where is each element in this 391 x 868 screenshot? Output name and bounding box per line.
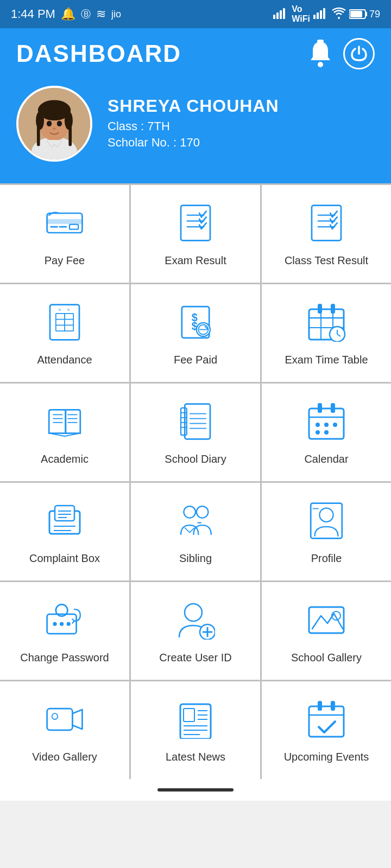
- school-gallery-label: School Gallery: [291, 650, 362, 665]
- jio-icon: jio: [111, 9, 121, 20]
- svg-rect-124: [309, 706, 344, 737]
- grid-item-upcoming-events[interactable]: Upcoming Events: [262, 681, 391, 779]
- video-gallery-icon: [45, 700, 84, 741]
- latest-news-label: Latest News: [166, 750, 225, 764]
- complaint-box-icon: [45, 501, 84, 542]
- grid-item-school-gallery[interactable]: School Gallery: [262, 582, 391, 680]
- svg-rect-112: [309, 607, 344, 633]
- svg-point-21: [57, 121, 62, 126]
- svg-point-85: [316, 423, 320, 427]
- profile-section: SHREYA CHOUHAN Class : 7TH Scholar No. :…: [16, 80, 375, 167]
- wifi-icon-2: ≋: [96, 7, 106, 21]
- profile-name: SHREYA CHOUHAN: [108, 96, 279, 116]
- dashboard-grid: Pay Fee Exam Result Class Test Result: [0, 183, 391, 779]
- svg-rect-0: [273, 15, 275, 19]
- svg-text:×: ×: [58, 307, 61, 312]
- exam-time-table-icon: [307, 303, 346, 344]
- grid-item-sibling[interactable]: Sibling: [131, 483, 260, 580]
- profile-scholar: Scholar No. : 170: [108, 136, 279, 150]
- create-user-id-icon: [176, 601, 215, 642]
- calendar-icon: [307, 402, 346, 443]
- academic-label: Academic: [41, 452, 89, 466]
- grid-item-create-user-id[interactable]: Create User ID: [131, 582, 260, 680]
- attendance-label: Attendance: [37, 353, 92, 367]
- svg-point-98: [197, 506, 209, 518]
- grid-item-fee-paid[interactable]: $ $ Fee Paid: [131, 284, 260, 382]
- svg-point-115: [52, 713, 58, 719]
- status-right: VoWiFi 79: [273, 4, 380, 24]
- svg-text:×: ×: [67, 307, 70, 312]
- notification-bell-button[interactable]: [306, 40, 335, 68]
- svg-rect-12: [317, 40, 324, 43]
- school-diary-label: School Diary: [165, 452, 226, 466]
- svg-rect-126: [318, 701, 322, 711]
- avatar: [16, 86, 92, 162]
- status-bar: 1:44 PM 🔔 Ⓑ ≋ jio VoWiFi: [0, 0, 391, 28]
- profile-label: Profile: [311, 551, 342, 565]
- signal-icon-2: [313, 7, 329, 22]
- grid-item-complaint-box[interactable]: Complaint Box: [0, 483, 129, 580]
- power-button[interactable]: [343, 38, 375, 69]
- svg-rect-2: [280, 10, 282, 19]
- svg-rect-4: [313, 15, 316, 19]
- svg-rect-60: [331, 304, 335, 314]
- svg-rect-5: [317, 12, 319, 19]
- svg-rect-1: [276, 12, 279, 19]
- grid-item-profile[interactable]: Profile: [262, 483, 391, 580]
- avatar-image: [18, 88, 90, 159]
- class-test-result-icon: [307, 203, 346, 245]
- grid-item-exam-time-table[interactable]: Exam Time Table: [262, 284, 391, 382]
- grid-item-attendance[interactable]: × × Attendance: [0, 284, 129, 382]
- exam-result-label: Exam Result: [165, 253, 226, 267]
- exam-time-table-label: Exam Time Table: [285, 353, 368, 367]
- b-icon: Ⓑ: [81, 8, 91, 21]
- exam-result-icon: [176, 203, 215, 245]
- sibling-icon: [176, 501, 215, 542]
- alarm-icon: 🔔: [61, 7, 75, 21]
- grid-item-exam-result[interactable]: Exam Result: [131, 185, 260, 283]
- grid-item-school-diary[interactable]: School Diary: [131, 384, 260, 481]
- grid-item-academic[interactable]: Academic: [0, 384, 129, 481]
- battery-icon: 79: [349, 9, 380, 20]
- svg-rect-117: [184, 709, 194, 722]
- svg-point-22: [53, 127, 56, 130]
- svg-rect-9: [365, 12, 367, 16]
- class-test-result-label: Class Test Result: [285, 253, 368, 267]
- change-password-label: Change Password: [20, 650, 109, 665]
- svg-rect-59: [318, 304, 322, 314]
- svg-rect-27: [47, 219, 83, 224]
- grid-item-pay-fee[interactable]: Pay Fee: [0, 185, 129, 283]
- grid-item-latest-news[interactable]: Latest News: [131, 681, 260, 779]
- time-display: 1:44 PM: [11, 7, 55, 21]
- status-left: 1:44 PM 🔔 Ⓑ ≋ jio: [11, 7, 121, 21]
- fee-paid-label: Fee Paid: [174, 353, 217, 367]
- svg-point-105: [53, 622, 56, 626]
- svg-point-108: [185, 604, 202, 621]
- create-user-id-label: Create User ID: [159, 650, 231, 665]
- svg-point-87: [333, 423, 337, 427]
- svg-rect-84: [331, 403, 335, 413]
- grid-item-change-password[interactable]: Change Password: [0, 582, 129, 680]
- grid-item-calendar[interactable]: Calendar: [262, 384, 391, 481]
- svg-rect-25: [68, 126, 72, 146]
- grid-item-class-test-result[interactable]: Class Test Result: [262, 185, 391, 283]
- svg-point-107: [67, 622, 71, 626]
- signal-icon: [273, 7, 288, 22]
- school-gallery-icon: [307, 601, 346, 642]
- sibling-label: Sibling: [179, 551, 212, 565]
- svg-rect-7: [323, 8, 325, 19]
- bottom-bar: [0, 779, 391, 801]
- svg-point-101: [319, 508, 333, 522]
- dashboard-title: DASHBOARD: [16, 40, 181, 67]
- profile-class: Class : 7TH: [108, 119, 279, 133]
- svg-point-86: [324, 423, 329, 427]
- svg-rect-6: [320, 10, 322, 19]
- svg-point-88: [316, 430, 320, 435]
- svg-point-20: [47, 121, 52, 126]
- grid-item-video-gallery[interactable]: Video Gallery: [0, 681, 129, 779]
- svg-rect-71: [185, 404, 210, 439]
- svg-rect-114: [47, 709, 73, 730]
- svg-rect-127: [331, 701, 335, 711]
- upcoming-events-label: Upcoming Events: [284, 750, 369, 764]
- svg-rect-83: [318, 403, 322, 413]
